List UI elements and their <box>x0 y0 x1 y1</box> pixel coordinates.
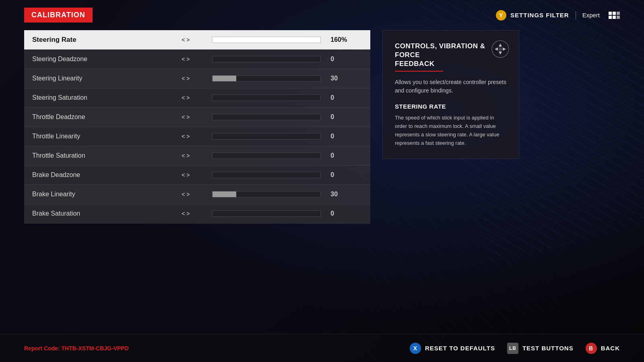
setting-value: 160% <box>324 30 370 49</box>
setting-controls[interactable]: <> <box>163 49 209 69</box>
setting-controls[interactable]: <> <box>163 185 209 204</box>
setting-name: Steering Deadzone <box>24 49 163 69</box>
arrow-right[interactable]: > <box>186 114 190 120</box>
bar-fill <box>213 76 236 81</box>
grid-cell-6 <box>617 16 620 19</box>
bar-fill <box>213 37 321 43</box>
bar-track <box>212 56 321 62</box>
info-panel: CONTROLS, VIBRATION & FORCEFEEDBACK Allo… <box>370 30 531 334</box>
svg-rect-5 <box>499 47 502 51</box>
arrow-right[interactable]: > <box>186 133 190 140</box>
grid-cell-4 <box>609 16 612 19</box>
settings-table: Steering Rate<>160%Steering Deadzone<>0S… <box>24 30 370 224</box>
setting-controls[interactable]: <> <box>163 165 209 185</box>
x-button-icon: X <box>410 343 421 354</box>
setting-name: Throttle Saturation <box>24 146 163 165</box>
table-row[interactable]: Throttle Saturation<>0 <box>24 146 370 165</box>
setting-value: 0 <box>324 127 370 146</box>
reset-defaults-label: RESET TO DEFAULTS <box>425 345 495 352</box>
setting-value: 0 <box>324 49 370 69</box>
arrow-left[interactable]: < <box>182 114 185 120</box>
table-row[interactable]: Brake Saturation<>0 <box>24 204 370 223</box>
setting-value: 0 <box>324 204 370 223</box>
setting-controls[interactable]: <> <box>163 88 209 107</box>
arrow-right[interactable]: > <box>186 210 190 217</box>
arrow-right[interactable]: > <box>186 95 190 101</box>
arrow-left[interactable]: < <box>182 152 185 159</box>
info-section-body: The speed of which stick input is applie… <box>395 114 507 147</box>
setting-name: Steering Linearity <box>24 69 163 88</box>
setting-bar <box>209 88 324 107</box>
setting-value: 30 <box>324 69 370 88</box>
info-description: Allows you to select/create controller p… <box>395 78 507 95</box>
setting-controls[interactable]: <> <box>163 146 209 165</box>
main-area: Steering Rate<>160%Steering Deadzone<>0S… <box>0 30 644 334</box>
y-button-icon: Y <box>496 10 506 21</box>
table-row[interactable]: Steering Deadzone<>0 <box>24 49 370 69</box>
settings-filter-button[interactable]: Y SETTINGS FILTER <box>496 10 569 21</box>
arrow-right[interactable]: > <box>186 172 190 178</box>
arrow-left[interactable]: < <box>182 172 185 178</box>
back-button[interactable]: B BACK <box>586 343 620 354</box>
test-buttons-button[interactable]: LB TEST BUTTONS <box>507 343 574 354</box>
setting-name: Steering Saturation <box>24 88 163 107</box>
arrow-left[interactable]: < <box>182 210 185 217</box>
footer: Report Code: THTB-XSTM-CBJG-VPPD X RESET… <box>0 334 644 362</box>
grid-cell-2 <box>613 12 616 15</box>
setting-name: Brake Deadzone <box>24 165 163 185</box>
arrow-right[interactable]: > <box>186 152 190 159</box>
setting-controls[interactable]: <> <box>163 127 209 146</box>
bar-track <box>212 133 321 140</box>
arrow-left[interactable]: < <box>182 133 185 140</box>
setting-controls[interactable]: <> <box>163 30 209 49</box>
calibration-badge: CALIBRATION <box>24 8 93 23</box>
setting-value: 0 <box>324 165 370 185</box>
table-row[interactable]: Throttle Linearity<>0 <box>24 127 370 146</box>
setting-bar <box>209 107 324 127</box>
bar-track <box>212 172 321 178</box>
table-row[interactable]: Brake Linearity<>30 <box>24 185 370 204</box>
bar-track <box>212 152 321 159</box>
bar-track <box>212 37 321 43</box>
footer-buttons: X RESET TO DEFAULTS LB TEST BUTTONS B BA… <box>410 343 620 354</box>
setting-name: Throttle Linearity <box>24 127 163 146</box>
header-right: Y SETTINGS FILTER Expert <box>496 10 620 21</box>
setting-value: 0 <box>324 146 370 165</box>
setting-controls[interactable]: <> <box>163 69 209 88</box>
table-row[interactable]: Steering Saturation<>0 <box>24 88 370 107</box>
info-title: CONTROLS, VIBRATION & FORCEFEEDBACK <box>395 42 507 68</box>
setting-value: 30 <box>324 185 370 204</box>
setting-name: Brake Saturation <box>24 204 163 223</box>
arrow-left[interactable]: < <box>182 191 185 197</box>
grid-view-icon[interactable] <box>609 12 620 19</box>
table-row[interactable]: Steering Rate<>160% <box>24 30 370 49</box>
arrow-left[interactable]: < <box>182 56 185 62</box>
report-code: Report Code: THTB-XSTM-CBJG-VPPD <box>24 345 129 352</box>
arrow-left[interactable]: < <box>182 75 185 82</box>
table-row[interactable]: Brake Deadzone<>0 <box>24 165 370 185</box>
arrow-right[interactable]: > <box>186 191 190 197</box>
arrow-left[interactable]: < <box>182 37 185 43</box>
header: CALIBRATION Y SETTINGS FILTER Expert <box>0 0 644 30</box>
arrow-right[interactable]: > <box>186 56 190 62</box>
b-button-icon: B <box>586 343 597 354</box>
reset-defaults-button[interactable]: X RESET TO DEFAULTS <box>410 343 495 354</box>
setting-controls[interactable]: <> <box>163 204 209 223</box>
grid-cell-3 <box>617 12 620 15</box>
arrow-left[interactable]: < <box>182 95 185 101</box>
arrow-right[interactable]: > <box>186 75 190 82</box>
test-buttons-label: TEST BUTTONS <box>522 345 574 352</box>
svg-marker-2 <box>499 51 502 55</box>
arrow-right[interactable]: > <box>186 37 190 43</box>
dpad-icon <box>491 40 509 58</box>
setting-controls[interactable]: <> <box>163 107 209 127</box>
grid-cell-5 <box>613 16 616 19</box>
svg-marker-4 <box>503 47 506 51</box>
bar-track <box>212 210 321 217</box>
table-row[interactable]: Throttle Deadzone<>0 <box>24 107 370 127</box>
bar-track <box>212 191 321 197</box>
lb-button-icon: LB <box>507 343 518 354</box>
settings-panel: Steering Rate<>160%Steering Deadzone<>0S… <box>24 30 370 334</box>
table-row[interactable]: Steering Linearity<>30 <box>24 69 370 88</box>
setting-name: Brake Linearity <box>24 185 163 204</box>
